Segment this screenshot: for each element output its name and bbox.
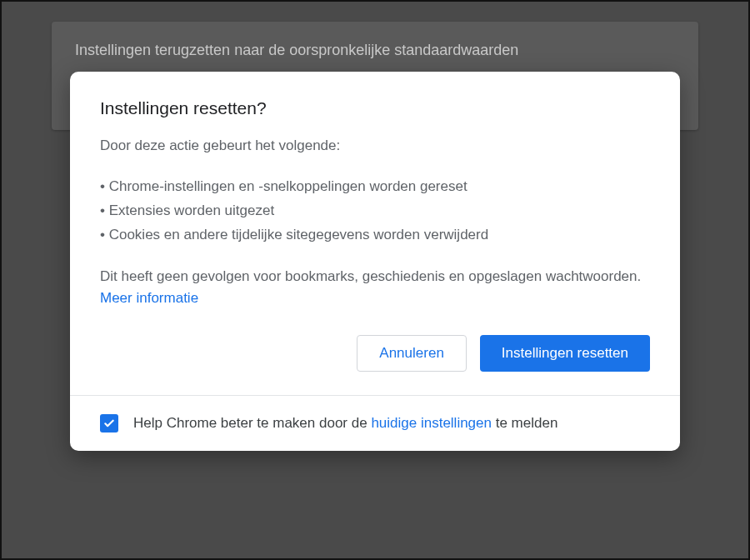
current-settings-link[interactable]: huidige instellingen: [371, 415, 492, 431]
reset-settings-button[interactable]: Instellingen resetten: [480, 335, 650, 372]
dialog-actions: Annuleren Instellingen resetten: [100, 335, 650, 372]
list-item: Cookies en andere tijdelijke sitegegeven…: [100, 223, 650, 248]
dialog-body: Instellingen resetten? Door deze actie g…: [70, 72, 680, 395]
cancel-button[interactable]: Annuleren: [357, 335, 467, 372]
dialog-note: Dit heeft geen gevolgen voor bookmarks, …: [100, 266, 650, 310]
dialog-intro: Door deze actie gebeurt het volgende:: [100, 135, 650, 157]
settings-section-title: Instellingen terugzetten naar de oorspro…: [75, 42, 675, 59]
footer-text-pre: Help Chrome beter te maken door de: [133, 415, 371, 431]
learn-more-link[interactable]: Meer informatie: [100, 290, 198, 306]
reset-settings-dialog: Instellingen resetten? Door deze actie g…: [70, 72, 680, 451]
dialog-bullet-list: Chrome-instellingen en -snelkoppelingen …: [100, 175, 650, 248]
dialog-title: Instellingen resetten?: [100, 98, 650, 118]
report-settings-label: Help Chrome beter te maken door de huidi…: [133, 415, 558, 432]
check-icon: [102, 417, 116, 430]
footer-text-post: te melden: [492, 415, 558, 431]
note-text: Dit heeft geen gevolgen voor bookmarks, …: [100, 268, 641, 284]
report-settings-checkbox[interactable]: [100, 414, 118, 432]
dialog-footer: Help Chrome beter te maken door de huidi…: [70, 395, 680, 451]
list-item: Chrome-instellingen en -snelkoppelingen …: [100, 175, 650, 199]
list-item: Extensies worden uitgezet: [100, 199, 650, 223]
